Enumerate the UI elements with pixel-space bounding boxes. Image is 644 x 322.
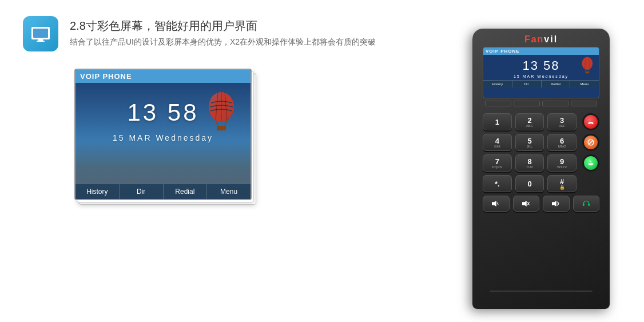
svg-rect-26	[583, 204, 585, 206]
dnd-icon	[587, 138, 595, 146]
key-5[interactable]: 5 JKL	[515, 134, 544, 151]
svg-rect-1	[33, 29, 48, 38]
menu-btn[interactable]: Menu	[207, 184, 251, 199]
svg-line-19	[589, 141, 593, 145]
mute-key[interactable]	[513, 196, 540, 212]
svg-marker-22	[522, 201, 527, 206]
svg-marker-25	[552, 201, 556, 206]
key-7[interactable]: 7 PQRS	[483, 154, 512, 172]
phone-body: Fanvil VOIP PHONE 13 58	[472, 29, 610, 309]
call-button[interactable]	[582, 154, 599, 172]
svg-rect-17	[585, 71, 589, 73]
screen-mockup: VOIP PHONE	[74, 69, 252, 200]
vol-up-key[interactable]	[543, 196, 570, 212]
key-star[interactable]: *.	[483, 175, 512, 192]
phone-bottom-line	[490, 291, 593, 292]
feature-subtitle: 结合了以往产品UI的设计及彩屏本身的优势，X2在外观和操作体验上都将会有质的突破	[70, 37, 376, 47]
mini-dir-btn[interactable]: Dir	[512, 81, 542, 88]
keypad-row-2: 4 GHI 5 JKL 6 MNO	[483, 134, 599, 151]
dir-btn[interactable]: Dir	[120, 184, 164, 199]
svg-rect-27	[588, 204, 590, 206]
key-9[interactable]: 9 WXYZ	[547, 154, 577, 172]
mute-icon	[522, 201, 530, 206]
key-4[interactable]: 4 GHI	[483, 134, 512, 151]
keypad-row-3: 7 PQRS 8 TUV 9 WXYZ	[483, 154, 599, 172]
key-6[interactable]: 6 MNO	[547, 134, 577, 151]
soft-key-2[interactable]	[514, 101, 540, 106]
phone-device: Fanvil VOIP PHONE 13 58	[472, 29, 610, 309]
vol-up-icon	[552, 201, 560, 206]
brand-label: Fanvil	[472, 29, 610, 45]
phone-screen-bg: VOIP PHONE	[75, 70, 251, 199]
keypad-row-4: *. 0 # 🔒	[483, 175, 599, 192]
vol-down-key[interactable]	[483, 196, 510, 212]
headset-icon	[582, 200, 590, 207]
history-btn[interactable]: History	[75, 184, 120, 199]
key-3[interactable]: 3 DEF	[547, 113, 577, 130]
screen-main: VOIP PHONE	[74, 69, 252, 200]
mini-menu-btn[interactable]: Menu	[570, 81, 599, 88]
func-row	[472, 196, 610, 212]
key-8[interactable]: 8 TUV	[515, 154, 544, 172]
mini-screen-voip: VOIP PHONE	[483, 47, 599, 55]
keypad-row-1: 1 2 ABC 3 DEF	[483, 113, 599, 130]
svg-line-21	[497, 202, 498, 205]
feature-icon-box	[23, 16, 58, 51]
display-icon	[30, 23, 51, 44]
balloon-decoration	[203, 87, 240, 133]
mini-history-btn[interactable]: History	[483, 81, 512, 88]
soft-key-4[interactable]	[571, 101, 597, 106]
screen-date: 15 MAR Wednesday	[75, 133, 251, 142]
svg-point-12	[582, 57, 593, 70]
screen-voip-label: VOIP PHONE	[75, 70, 251, 83]
feature-title: 2.8寸彩色屏幕，智能好用的用户界面	[70, 18, 376, 34]
dnd-button[interactable]	[582, 134, 599, 151]
end-call-button[interactable]	[582, 113, 599, 130]
mini-screen-footer: History Dir Redial Menu	[483, 80, 599, 88]
headset-key[interactable]	[573, 196, 600, 212]
svg-rect-3	[37, 41, 45, 42]
soft-key-3[interactable]	[542, 101, 569, 106]
svg-marker-20	[492, 201, 496, 206]
brand-name-2: vil	[544, 34, 558, 44]
soft-key-1[interactable]	[485, 101, 511, 106]
phone-call-icon	[587, 159, 595, 167]
mini-redial-btn[interactable]: Redial	[542, 81, 571, 88]
key-0[interactable]: 0	[515, 175, 544, 192]
feature-text: 2.8寸彩色屏幕，智能好用的用户界面 结合了以往产品UI的设计及彩屏本身的优势，…	[70, 16, 376, 47]
keypad: 1 2 ABC 3 DEF	[472, 109, 610, 192]
mini-balloon	[579, 55, 595, 74]
brand-name: Fan	[524, 34, 544, 44]
mini-screen-date: 15 MAR Wednesday	[483, 74, 599, 78]
phone-end-icon	[587, 118, 595, 126]
svg-rect-11	[217, 126, 226, 130]
vol-down-icon	[492, 201, 500, 206]
key-1[interactable]: 1	[483, 113, 512, 130]
soft-keys-row	[472, 98, 610, 109]
screen-footer: History Dir Redial Menu	[75, 184, 251, 199]
svg-rect-2	[38, 39, 43, 41]
key-hash[interactable]: # 🔒	[547, 175, 577, 192]
key-2[interactable]: 2 ABC	[515, 113, 544, 130]
redial-btn[interactable]: Redial	[164, 184, 208, 199]
mini-screen: VOIP PHONE 13 58 15 MAR Wednesday	[483, 47, 599, 98]
